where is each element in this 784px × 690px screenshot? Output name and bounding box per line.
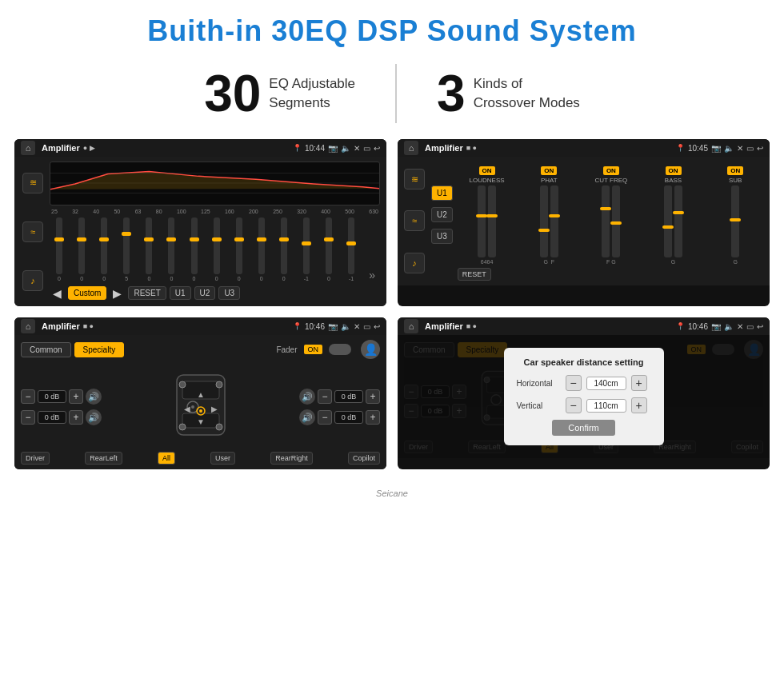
fader-toggle[interactable] <box>329 344 351 355</box>
on-badge-loudness[interactable]: ON <box>479 166 495 175</box>
on-badge-cutfreq[interactable]: ON <box>603 166 619 175</box>
slider-2[interactable]: 0 <box>94 217 114 281</box>
close-icon-2[interactable]: ✕ <box>737 144 743 153</box>
tab-specialty-3[interactable]: Specialty <box>74 342 125 357</box>
next-arrow[interactable]: ▶ <box>110 287 125 300</box>
xo-track-cutfreq: F G <box>582 185 641 265</box>
spk-all[interactable]: All <box>158 452 175 465</box>
db-minus-tl[interactable]: − <box>21 389 35 404</box>
minimize-icon-2[interactable]: ▭ <box>746 144 754 153</box>
slider-11[interactable]: -1 <box>297 217 316 281</box>
db-minus-bl[interactable]: − <box>21 410 35 425</box>
spk-copilot[interactable]: Copilot <box>348 452 380 465</box>
u1-btn[interactable]: U1 <box>170 286 191 300</box>
eq-area: 2532405063 80100125160200 25032040050063… <box>50 162 380 301</box>
volume-icon-3: 🔈 <box>341 322 350 331</box>
on-badge-sub[interactable]: ON <box>727 166 743 175</box>
home-icon-1[interactable]: ⌂ <box>21 141 35 155</box>
u1-select[interactable]: U1 <box>431 185 453 201</box>
eq-icon-btn[interactable]: ≋ <box>22 173 43 193</box>
vertical-plus[interactable]: + <box>631 397 647 413</box>
spk-rearright[interactable]: RearRight <box>270 452 313 465</box>
screen-crossover: ⌂ Amplifier ■ ● 📍 10:45 📷 🔈 ✕ ▭ ↩ ≋ ≈ ♪ <box>398 139 770 306</box>
back-icon-4[interactable]: ↩ <box>757 322 763 331</box>
reset-btn-2[interactable]: RESET <box>458 268 491 281</box>
wave-icon-btn-2[interactable]: ≈ <box>404 210 425 231</box>
fader-label: Fader <box>276 345 297 354</box>
db-plus-tl[interactable]: + <box>69 389 83 404</box>
prev-arrow[interactable]: ◀ <box>50 287 65 300</box>
xo-track-s1[interactable] <box>731 185 739 257</box>
slider-10[interactable]: 0 <box>274 217 294 281</box>
spk-user[interactable]: User <box>210 452 235 465</box>
volume-icon-4: 🔈 <box>724 322 734 331</box>
minimize-icon-3[interactable]: ▭ <box>363 322 370 331</box>
tab-common-3[interactable]: Common <box>21 342 71 357</box>
close-icon-3[interactable]: ✕ <box>354 322 360 331</box>
page-title: Buith-in 30EQ DSP Sound System <box>0 0 784 56</box>
xo-track-cf1[interactable] <box>602 185 610 257</box>
db-minus-tr[interactable]: − <box>318 389 332 404</box>
slider-7[interactable]: 0 <box>207 217 226 281</box>
xo-sliders: 6464 G F <box>458 185 765 265</box>
speaker-labels-row: Driver RearLeft All User RearRight Copil… <box>21 452 380 465</box>
xo-track-b2[interactable] <box>674 185 682 257</box>
db-plus-tr[interactable]: + <box>366 389 380 404</box>
slider-9[interactable]: 0 <box>252 217 271 281</box>
slider-8[interactable]: 0 <box>230 217 249 281</box>
minimize-icon-1[interactable]: ▭ <box>363 144 370 153</box>
slider-0[interactable]: 0 <box>50 217 69 281</box>
stat-crossover: 3 Kinds of Crossover Modes <box>397 64 620 123</box>
confirm-button[interactable]: Confirm <box>552 420 615 436</box>
on-badge-bass[interactable]: ON <box>666 166 682 175</box>
horizontal-plus[interactable]: + <box>631 375 647 391</box>
close-icon-4[interactable]: ✕ <box>737 322 743 331</box>
expand-icon[interactable]: » <box>364 269 380 281</box>
eq-icon-btn-2[interactable]: ≋ <box>404 169 425 189</box>
slider-12[interactable]: 0 <box>319 217 338 281</box>
vol-icon-btn-2[interactable]: ♪ <box>404 253 425 273</box>
xo-track-sub: G <box>706 185 765 265</box>
back-icon-2[interactable]: ↩ <box>757 144 763 153</box>
slider-13[interactable]: -1 <box>342 217 361 281</box>
vol-icon-btn[interactable]: ♪ <box>22 270 43 291</box>
spk-rearleft[interactable]: RearLeft <box>85 452 122 465</box>
slider-6[interactable]: 0 <box>184 217 203 281</box>
car-diagram-svg: ▲ ▼ ◀ ▶ <box>165 367 237 447</box>
reset-btn-1[interactable]: RESET <box>128 286 166 300</box>
xo-track-l2[interactable] <box>488 185 496 257</box>
spk-driver[interactable]: Driver <box>21 452 50 465</box>
db-minus-br[interactable]: − <box>318 410 332 425</box>
xo-track-l1[interactable] <box>478 185 486 257</box>
u3-btn[interactable]: U3 <box>218 286 240 300</box>
slider-3[interactable]: 5 <box>117 217 136 281</box>
horizontal-minus[interactable]: − <box>566 375 582 391</box>
stat-eq-number: 30 <box>204 64 261 123</box>
slider-1[interactable]: 0 <box>72 217 91 281</box>
back-icon-3[interactable]: ↩ <box>374 322 380 331</box>
home-icon-3[interactable]: ⌂ <box>21 319 35 333</box>
u2-select[interactable]: U2 <box>431 207 453 222</box>
close-icon-1[interactable]: ✕ <box>354 144 360 153</box>
custom-btn[interactable]: Custom <box>68 286 106 300</box>
xo-track-b1[interactable] <box>664 185 672 257</box>
minimize-icon-4[interactable]: ▭ <box>746 322 754 331</box>
svg-point-11 <box>216 381 222 388</box>
u2-btn[interactable]: U2 <box>194 286 216 300</box>
back-icon-1[interactable]: ↩ <box>374 144 380 153</box>
slider-4[interactable]: 0 <box>139 217 158 281</box>
xo-track-cf2[interactable] <box>612 185 620 257</box>
xo-track-p2[interactable] <box>550 185 558 257</box>
slider-5[interactable]: 0 <box>162 217 181 281</box>
db-plus-bl[interactable]: + <box>69 410 83 425</box>
home-icon-2[interactable]: ⌂ <box>404 141 418 155</box>
status-bar-1: ⌂ Amplifier ● ▶ 📍 10:44 📷 🔈 ✕ ▭ ↩ <box>14 139 386 157</box>
db-plus-br[interactable]: + <box>366 410 380 425</box>
home-icon-4[interactable]: ⌂ <box>404 319 418 333</box>
wave-icon-btn[interactable]: ≈ <box>22 221 43 242</box>
on-badge-phat[interactable]: ON <box>541 166 557 175</box>
xo-track-p1[interactable] <box>540 185 548 257</box>
side-controls-2: ≋ ≈ ♪ <box>402 162 426 281</box>
vertical-minus[interactable]: − <box>566 397 582 413</box>
u3-select[interactable]: U3 <box>431 229 453 244</box>
